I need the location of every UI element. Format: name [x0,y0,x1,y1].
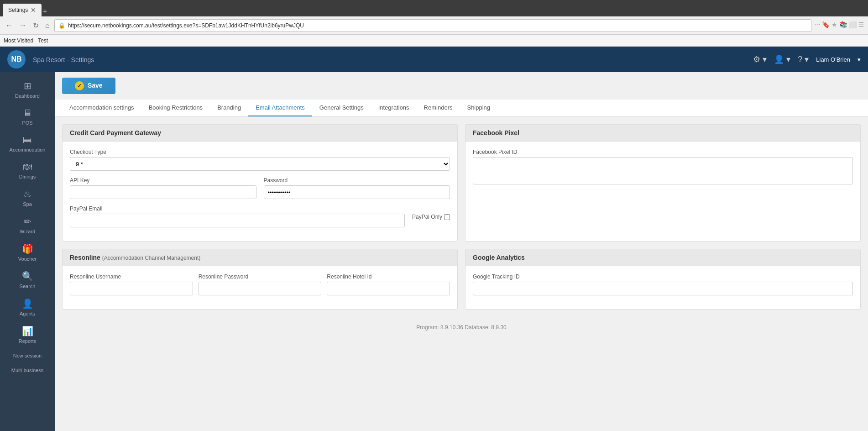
url-text: https://secure.netbookings.com.au/test/s… [68,22,807,29]
bookmark-most-visited[interactable]: Most Visited [4,37,33,44]
tab-close-button[interactable]: ✕ [31,6,36,14]
credit-card-body: Checkout Type 9 * API Key Password [63,142,457,241]
facebook-pixel-header: Facebook Pixel [465,125,860,142]
spa-icon: ♨ [23,189,31,200]
sidebar-label-dashboard: Dashboard [15,93,40,99]
sidebar-item-reports[interactable]: 📊 Reports [0,321,55,348]
tracking-id-input[interactable] [473,282,853,295]
forward-button[interactable]: → [17,21,28,31]
tab-title: Settings [8,7,28,13]
checkout-type-select[interactable]: 9 * [70,157,450,171]
google-analytics-header: Google Analytics [465,249,860,266]
resonline-body: Resonline Username Resonline Password Re… [63,266,457,309]
new-session-label: New session [13,353,42,358]
browser-tab[interactable]: Settings ✕ [3,4,42,16]
sidebar-item-dashboard[interactable]: ⊞ Dashboard [0,76,55,103]
password-input[interactable] [264,185,450,199]
credit-card-card: Credit Card Payment Gateway Checkout Typ… [62,124,458,242]
back-button[interactable]: ← [4,21,15,31]
sidebar-item-multi-business[interactable]: Multi-business [0,363,55,378]
content-area: ✓ Save Accommodation settings Booking Re… [55,72,868,431]
lock-icon: 🔒 [58,22,65,29]
sidebar-item-spa[interactable]: ♨ Spa [0,184,55,211]
user-dropdown-icon[interactable]: ▾ [858,56,861,63]
search-icon: 🔍 [22,271,33,282]
accommodation-icon: 🛏 [23,135,32,145]
sidebar-label-spa: Spa [23,201,32,207]
resonline-fields-row: Resonline Username Resonline Password Re… [70,273,450,302]
api-key-input[interactable] [70,185,256,199]
resonline-subtitle: (Accommodation Channel Management) [102,255,200,261]
home-button[interactable]: ⌂ [43,21,52,31]
resonline-hotel-id-input[interactable] [327,282,450,295]
main-layout: ⊞ Dashboard 🖥 POS 🛏 Accommodation 🍽 Dini… [0,72,868,431]
api-key-label: API Key [70,177,256,184]
user-button[interactable]: 👤 ▾ [774,54,790,64]
multi-business-label: Multi-business [11,368,43,373]
tab-branding[interactable]: Branding [210,100,248,116]
tab-reminders[interactable]: Reminders [417,100,460,116]
sidebar-item-search[interactable]: 🔍 Search [0,266,55,294]
app-name: Spa Resort [33,56,65,63]
app-title: Spa Resort - Settings [33,55,746,64]
pixel-id-group: Facebook Pixel ID [473,149,853,184]
sidebar-item-pos[interactable]: 🖥 POS [0,103,55,130]
sidebar-label-search: Search [20,284,36,289]
sidebar-item-new-session[interactable]: New session [0,348,55,363]
footer-text: Program: 8.9.10.36 Database: 8.9.30 [416,324,506,331]
password-group: Password [264,177,450,199]
page-footer: Program: 8.9.10.36 Database: 8.9.30 [55,317,868,338]
new-tab-button[interactable]: + [42,7,47,16]
check-icon: ✓ [75,81,84,90]
resonline-username-label: Resonline Username [70,273,193,280]
sidebar-item-voucher[interactable]: 🎁 Voucher [0,239,55,266]
pos-icon: 🖥 [23,108,32,118]
tab-booking-restrictions[interactable]: Booking Restrictions [141,100,210,116]
sidebar-item-agents[interactable]: 👤 Agents [0,294,55,321]
bookmarks-bar: Most Visited Test [0,35,868,47]
tab-accommodation-settings[interactable]: Accommodation settings [62,100,141,116]
tabs-bar: Accommodation settings Booking Restricti… [55,100,868,117]
bookmark-test[interactable]: Test [38,37,48,44]
user-name[interactable]: Liam O'Brien [816,56,850,63]
resonline-password-input[interactable] [199,282,322,295]
checkout-type-label: Checkout Type [70,149,450,155]
paypal-only-label-text: PayPal Only [412,214,442,220]
sidebar-item-dinings[interactable]: 🍽 Dinings [0,157,55,184]
agents-icon: 👤 [22,298,33,309]
reload-button[interactable]: ↻ [31,20,41,31]
dinings-icon: 🍽 [23,162,32,172]
tab-general-settings[interactable]: General Settings [312,100,371,116]
dashboard-icon: ⊞ [24,80,31,91]
resonline-hotel-id-group: Resonline Hotel Id [327,273,450,295]
sidebar-label-voucher: Voucher [18,256,37,262]
sidebar-label-agents: Agents [20,311,35,316]
address-bar[interactable]: 🔒 https://secure.netbookings.com.au/test… [54,19,811,32]
paypal-email-label: PayPal Email [70,205,405,212]
help-button[interactable]: ? ▾ [798,54,809,64]
pixel-id-input[interactable] [473,157,853,184]
tracking-id-label: Google Tracking ID [473,273,853,280]
voucher-icon: 🎁 [22,243,33,254]
sidebar: ⊞ Dashboard 🖥 POS 🛏 Accommodation 🍽 Dini… [0,72,55,431]
resonline-username-input[interactable] [70,282,193,295]
resonline-header: Resonline (Accommodation Channel Managem… [63,249,457,266]
app-logo: NB [7,50,26,68]
sidebar-item-accommodation[interactable]: 🛏 Accommodation [0,130,55,157]
settings-button[interactable]: ⚙ ▾ [753,54,767,64]
sidebar-label-wizard: Wizard [20,229,35,234]
app-header: NB Spa Resort - Settings ⚙ ▾ 👤 ▾ ? ▾ Lia… [0,47,868,72]
paypal-only-checkbox[interactable] [444,214,450,220]
sidebar-item-wizard[interactable]: ✏ Wizard [0,211,55,239]
resonline-card: Resonline (Accommodation Channel Managem… [62,249,458,310]
paypal-only-group: PayPal Only [412,214,450,220]
tab-integrations[interactable]: Integrations [371,100,417,116]
tab-email-attachments[interactable]: Email Attachments [248,100,312,116]
password-label: Password [264,177,450,184]
tab-shipping[interactable]: Shipping [460,100,497,116]
save-button[interactable]: ✓ Save [62,78,115,94]
paypal-email-input[interactable] [70,214,405,227]
google-analytics-card: Google Analytics Google Tracking ID [465,249,861,310]
sidebar-label-reports: Reports [19,338,37,344]
api-password-row: API Key Password [70,177,450,205]
